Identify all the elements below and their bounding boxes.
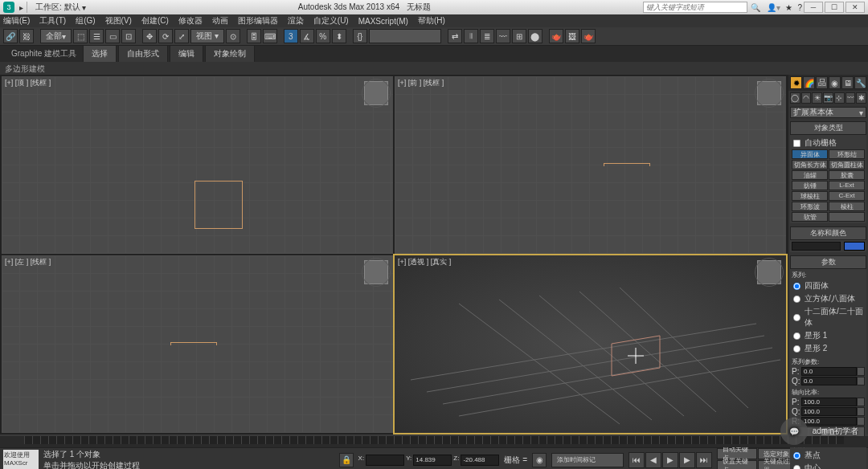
spinner-arrows-icon[interactable] (857, 407, 865, 416)
geometry-icon[interactable]: ◯ (790, 92, 800, 104)
spinner-snap-icon[interactable]: ⬍ (332, 29, 346, 43)
selection-filter-dropdown[interactable]: 全部 ▾ (40, 29, 72, 43)
snap-toggle-icon[interactable]: 3 (284, 29, 298, 43)
display-panel-tab[interactable]: 🖥 (841, 76, 854, 89)
layers-icon[interactable]: ≣ (480, 29, 494, 43)
viewcube-icon[interactable] (364, 260, 388, 284)
viewcube-icon[interactable] (364, 81, 388, 105)
named-selset-icon[interactable]: {} (353, 29, 367, 43)
help-icon[interactable]: ? (797, 3, 802, 12)
autogrid-checkbox[interactable] (793, 139, 800, 146)
pr-spinner[interactable]: 100.0 (801, 398, 857, 406)
signin-icon[interactable]: 👤▾ (767, 3, 780, 12)
goto-start-icon[interactable]: ⏮ (628, 452, 645, 468)
tab-objectpaint[interactable]: 对象绘制 (205, 45, 255, 62)
refcoord-dropdown[interactable]: 视图 ▾ (190, 29, 224, 43)
viewport-left[interactable]: [+] [左 ] [线框 ] (2, 255, 393, 433)
z-coord-input[interactable] (461, 455, 499, 466)
menu-maxscript[interactable]: MAXScript(M) (358, 17, 408, 26)
spinner-arrows-icon[interactable] (857, 398, 865, 406)
menu-group[interactable]: 组(G) (76, 15, 95, 27)
viewport-front[interactable]: [+] [前 ] [线框 ] (395, 76, 786, 254)
time-slider[interactable]: 0 / 100 (0, 436, 868, 447)
qat-arrow-icon[interactable]: ▸ (19, 3, 23, 12)
angle-snap-icon[interactable]: ∡ (300, 29, 314, 43)
spinner-arrows-icon[interactable] (857, 367, 865, 376)
viewcube-icon[interactable] (757, 81, 781, 105)
menu-customize[interactable]: 自定义(U) (313, 15, 349, 27)
obj-spindle[interactable]: 纺锤 (792, 181, 828, 190)
modify-panel-tab[interactable]: 🌈 (803, 76, 815, 89)
select-icon[interactable]: ⬚ (73, 29, 88, 43)
viewport-label[interactable]: [+] [前 ] [线框 ] (398, 78, 444, 88)
rollout-params[interactable]: 参数 (790, 255, 866, 269)
isolate-icon[interactable]: ◉ (532, 453, 547, 467)
render-setup-icon[interactable]: 🫖 (549, 29, 563, 43)
keyboard-shortcut-icon[interactable]: ⌨ (263, 29, 277, 43)
menu-modifiers[interactable]: 修改器 (178, 15, 203, 27)
viewport-top[interactable]: [+] [顶 ] [线框 ] (2, 76, 393, 254)
infocenter-search[interactable] (643, 2, 747, 13)
viewport-perspective[interactable]: [+] [透视 ] [真实 ] (395, 255, 786, 433)
menu-view[interactable]: 视图(V) (105, 15, 132, 27)
vertex-base[interactable] (793, 451, 800, 459)
render-prod-icon[interactable]: 🫖 (581, 29, 596, 43)
systems-icon[interactable]: ✱ (856, 92, 866, 104)
obj-hedra[interactable]: 异面体 (792, 149, 828, 159)
family-tetra[interactable] (793, 282, 800, 289)
named-set-dropdown[interactable] (369, 29, 441, 43)
obj-chamfercyl[interactable]: 切角圆柱体 (829, 160, 865, 169)
menu-render[interactable]: 渲染 (288, 15, 304, 27)
helpers-icon[interactable]: ⊹ (834, 92, 845, 104)
rollout-namecolor[interactable]: 名称和颜色 (790, 226, 866, 240)
viewport-label[interactable]: [+] [顶 ] [线框 ] (5, 78, 51, 88)
spacewarps-icon[interactable]: 〰 (845, 92, 856, 104)
move-icon[interactable]: ✥ (142, 29, 157, 43)
obj-hose[interactable]: 软管 (792, 212, 828, 222)
obj-capsule[interactable]: 胶囊 (829, 170, 865, 180)
play-icon[interactable]: ▶ (662, 452, 678, 468)
lock-selection-icon[interactable]: 🔒 (339, 453, 354, 467)
maximize-button[interactable]: ☐ (825, 2, 844, 13)
viewport-label[interactable]: [+] [左 ] [线框 ] (5, 257, 51, 267)
obj-torusknot[interactable]: 环形结 (829, 149, 865, 159)
family-star2[interactable] (793, 345, 800, 352)
obj-oiltank[interactable]: 油罐 (792, 170, 828, 180)
x-coord-input[interactable] (366, 455, 404, 466)
shapes-icon[interactable]: ◠ (801, 92, 812, 104)
fav-icon[interactable]: ★ (785, 3, 792, 12)
tab-select[interactable]: 选择 (83, 45, 117, 62)
curve-editor-icon[interactable]: 〰 (496, 29, 510, 43)
qr-spinner[interactable]: 100.0 (801, 407, 857, 416)
timetag-dropdown[interactable]: 添加时间标记 (551, 453, 624, 467)
select-name-icon[interactable]: ☰ (89, 29, 104, 43)
menu-tools[interactable]: 工具(T) (39, 15, 66, 27)
next-frame-icon[interactable]: ▶ (679, 452, 695, 468)
obj-prism[interactable]: 棱柱 (829, 202, 865, 211)
material-editor-icon[interactable]: ⬤ (528, 29, 542, 43)
schematic-icon[interactable]: ⊞ (512, 29, 526, 43)
render-frame-icon[interactable]: 🖼 (565, 29, 579, 43)
obj-ringwave[interactable]: 环形波 (792, 202, 828, 211)
maxscript-listener[interactable]: 欢迎使用 MAXScr (3, 450, 39, 470)
scale-icon[interactable]: ⤢ (174, 29, 189, 43)
close-button[interactable]: ✕ (845, 2, 865, 13)
family-dodeca[interactable] (793, 313, 800, 320)
unlink-icon[interactable]: ⛓ (19, 29, 34, 43)
create-panel-tab[interactable]: ✹ (790, 76, 802, 89)
family-star1[interactable] (793, 332, 800, 339)
utilities-panel-tab[interactable]: 🔧 (854, 76, 866, 89)
menu-create[interactable]: 创建(C) (141, 15, 169, 27)
p-spinner[interactable]: 0.0 (801, 367, 857, 376)
object-name-input[interactable] (792, 242, 841, 251)
rollout-objecttype[interactable]: 对象类型 (790, 121, 866, 135)
menu-help[interactable]: 帮助(H) (418, 15, 445, 27)
hierarchy-panel-tab[interactable]: 品 (816, 76, 828, 89)
menu-animation[interactable]: 动画 (212, 15, 228, 27)
spinner-arrows-icon[interactable] (857, 377, 865, 385)
rotate-icon[interactable]: ⟳ (158, 29, 173, 43)
setkey-button[interactable]: 设置关键点 (717, 460, 757, 469)
family-cube[interactable] (793, 295, 800, 302)
select-rect-icon[interactable]: ▭ (105, 29, 120, 43)
window-crossing-icon[interactable]: ⊡ (121, 29, 136, 43)
